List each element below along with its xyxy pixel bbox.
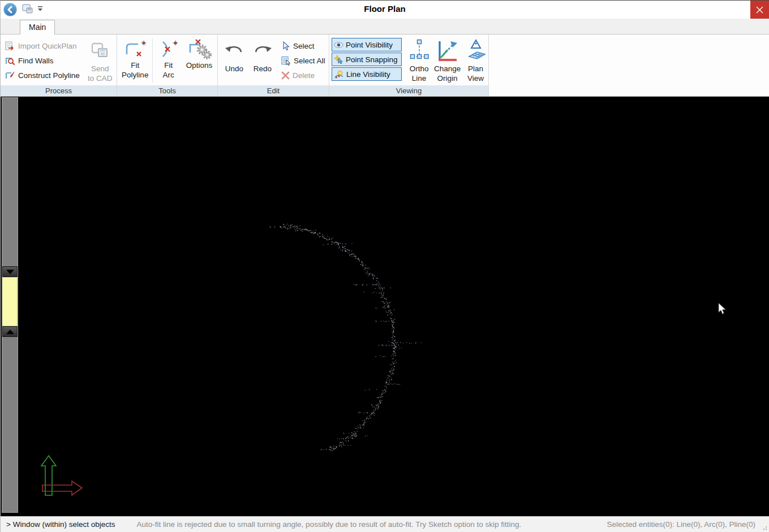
title-bar: Floor Plan xyxy=(1,1,769,19)
line-visibility-icon xyxy=(334,70,344,79)
point-snapping-toggle[interactable]: Point Snapping xyxy=(332,53,402,66)
status-message: Auto-fit line is rejected due to small t… xyxy=(136,520,521,529)
redo-button[interactable]: Redo xyxy=(248,36,277,85)
ortho-line-button[interactable]: Ortho Line xyxy=(405,36,433,85)
redo-icon xyxy=(252,43,273,59)
construct-polyline-button[interactable]: Construct Polyline xyxy=(3,68,82,83)
slider-range-highlight[interactable] xyxy=(2,277,18,326)
select-button[interactable]: Select xyxy=(279,38,328,53)
ucs-axis-indicator xyxy=(39,455,84,501)
ribbon-group-process: Import QuickPlan Find Walls xyxy=(1,34,117,96)
select-all-button[interactable]: Select All xyxy=(279,53,328,68)
options-icon xyxy=(186,38,213,60)
point-visibility-icon xyxy=(334,41,343,49)
ribbon-group-edit: Undo Redo xyxy=(218,34,329,96)
group-label-process: Process xyxy=(1,85,117,96)
import-quickplan-button[interactable]: Import QuickPlan xyxy=(3,38,82,53)
drawing-canvas-area[interactable] xyxy=(1,97,769,516)
select-all-icon xyxy=(281,56,291,66)
delete-button[interactable]: Delete xyxy=(279,68,328,83)
change-origin-icon xyxy=(435,38,460,63)
ribbon-group-viewing: Point Visibility Point Snapping xyxy=(329,34,489,96)
import-quickplan-icon xyxy=(5,41,15,51)
send-to-cad-icon xyxy=(91,42,110,60)
point-snapping-icon xyxy=(334,55,343,64)
options-button[interactable]: Options xyxy=(183,36,215,85)
elevation-slider[interactable] xyxy=(2,266,18,337)
slider-down-button[interactable] xyxy=(2,266,18,277)
slider-up-button[interactable] xyxy=(2,326,18,337)
triangle-down-icon xyxy=(6,270,14,274)
ribbon: Import QuickPlan Find Walls xyxy=(1,34,769,97)
fit-arc-icon xyxy=(156,38,181,60)
plan-view-icon xyxy=(465,38,487,63)
delete-icon xyxy=(281,71,290,80)
window-title: Floor Plan xyxy=(1,4,769,14)
find-walls-button[interactable]: Find Walls xyxy=(3,53,82,68)
plan-view-button[interactable]: Plan View xyxy=(462,36,490,85)
resize-grip-icon[interactable] xyxy=(761,524,768,531)
ribbon-group-tools: Fit Polyline Fit Arc xyxy=(117,34,218,96)
selection-summary: Selected entities(0): Line(0), Arc(0), P… xyxy=(607,520,755,529)
mouse-cursor xyxy=(718,302,727,315)
tab-main[interactable]: Main xyxy=(20,20,55,34)
fit-polyline-button[interactable]: Fit Polyline xyxy=(119,36,151,85)
close-icon xyxy=(756,6,763,14)
find-walls-icon xyxy=(5,56,15,66)
ortho-line-icon xyxy=(409,38,429,63)
select-icon xyxy=(281,41,290,51)
fit-polyline-icon xyxy=(122,38,148,60)
close-button[interactable] xyxy=(750,1,769,19)
command-prompt-text: > Window (within) select objects xyxy=(6,520,115,529)
point-visibility-toggle[interactable]: Point Visibility xyxy=(332,38,402,51)
change-origin-button[interactable]: Change Origin xyxy=(433,36,462,85)
construct-polyline-icon xyxy=(5,71,15,80)
status-bar: > Window (within) select objects Auto-fi… xyxy=(1,516,769,532)
undo-button[interactable]: Undo xyxy=(220,36,248,85)
ribbon-empty-space xyxy=(489,34,769,96)
undo-icon xyxy=(224,43,245,59)
triangle-up-icon xyxy=(6,330,14,334)
send-to-cad-button[interactable]: Send to CAD xyxy=(84,36,116,85)
app-window: Floor Plan Main Import xyxy=(0,0,769,532)
group-label-edit: Edit xyxy=(218,85,329,96)
ribbon-tab-row: Main xyxy=(1,19,769,34)
line-visibility-toggle[interactable]: Line Visibility xyxy=(332,67,402,81)
group-label-viewing: Viewing xyxy=(329,85,488,96)
group-inner-separator xyxy=(152,38,153,83)
fit-arc-button[interactable]: Fit Arc xyxy=(153,36,183,85)
point-cloud-canvas[interactable] xyxy=(1,97,769,516)
group-label-tools: Tools xyxy=(117,85,217,96)
